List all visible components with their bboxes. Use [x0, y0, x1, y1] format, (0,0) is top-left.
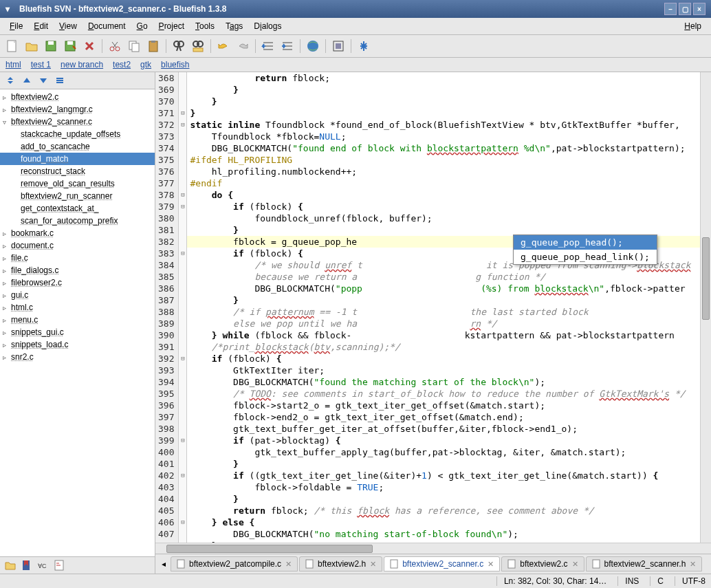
indent-icon[interactable] — [279, 38, 296, 54]
file-tab[interactable]: bftextview2_scanner.h✕ — [586, 556, 703, 571]
expand-icon[interactable]: ▹ — [3, 242, 10, 250]
expand-icon[interactable]: ▹ — [3, 292, 10, 299]
expand-icon[interactable]: ▹ — [3, 316, 10, 324]
folder-icon[interactable] — [4, 559, 17, 571]
expand-icon[interactable]: ▹ — [3, 329, 10, 336]
expand-icon[interactable]: ▹ — [3, 353, 10, 361]
open-file-icon[interactable] — [23, 38, 40, 54]
nav-down-icon[interactable] — [37, 74, 50, 87]
quickbar-link[interactable]: new branch — [61, 60, 103, 69]
file-tab[interactable]: bftextview2_scanner.c✕ — [384, 556, 500, 571]
close-tab-icon[interactable]: ✕ — [285, 560, 292, 569]
fullscreen-icon[interactable] — [330, 38, 347, 54]
file-tab[interactable]: bftextview2_patcompile.c✕ — [171, 556, 298, 571]
chars-icon[interactable]: ∀C — [37, 559, 50, 571]
expand-icon[interactable]: ▹ — [3, 341, 10, 349]
menu-file[interactable]: File — [4, 19, 28, 33]
autocomplete-item[interactable]: g_queue_pop_head_link(); — [514, 250, 657, 264]
nav-settings-icon[interactable] — [54, 74, 66, 87]
tree-item[interactable]: bftextview2_run_scanner — [0, 190, 155, 202]
close-tab-icon[interactable]: ✕ — [690, 560, 696, 569]
tree-item[interactable]: ▹bftextview2.c — [0, 91, 155, 103]
expand-icon[interactable]: ▹ — [3, 304, 10, 312]
minimize-button[interactable]: – — [664, 3, 677, 15]
tab-scroll-left-icon[interactable]: ◂ — [158, 556, 169, 572]
tree-item[interactable]: ▹document.c — [0, 239, 155, 252]
tree-item[interactable]: stackcache_update_offsets — [0, 128, 155, 140]
redo-icon[interactable] — [234, 38, 251, 54]
menu-view[interactable]: View — [54, 19, 83, 33]
save-as-icon[interactable] — [62, 38, 78, 54]
autocomplete-popup[interactable]: g_queue_pop_head();g_queue_pop_head_link… — [513, 235, 657, 265]
horizontal-scrollbar[interactable] — [155, 543, 711, 554]
tree-item[interactable]: get_contextstack_at_ — [0, 202, 155, 215]
quickbar-link[interactable]: html — [6, 60, 21, 69]
tree-item[interactable]: ▹file.c — [0, 252, 155, 264]
close-tab-icon[interactable]: ✕ — [370, 560, 376, 569]
menu-help[interactable]: Help — [679, 19, 707, 33]
paste-icon[interactable] — [145, 38, 162, 54]
tree-item[interactable]: ▹bookmark.c — [0, 227, 155, 239]
autocomplete-item[interactable]: g_queue_pop_head(); — [514, 235, 657, 250]
menu-dialogs[interactable]: Dialogs — [248, 19, 287, 33]
copy-icon[interactable] — [126, 38, 142, 54]
tree-item[interactable]: ▹filebrowser2.c — [0, 276, 155, 289]
expand-icon[interactable]: ▹ — [3, 106, 10, 113]
undo-icon[interactable] — [215, 38, 232, 54]
tree-item[interactable]: remove_old_scan_results — [0, 177, 155, 190]
expand-icon[interactable]: ▿ — [3, 118, 10, 126]
menu-tools[interactable]: Tools — [190, 19, 220, 33]
quickbar-link[interactable]: gtk — [140, 60, 151, 69]
menu-tags[interactable]: Tags — [220, 19, 248, 33]
expand-icon[interactable]: ▹ — [3, 254, 10, 262]
expand-icon[interactable]: ▹ — [3, 230, 10, 237]
close-file-icon[interactable] — [81, 38, 98, 54]
preview-icon[interactable] — [305, 38, 321, 54]
tree-item[interactable]: ▹file_dialogs.c — [0, 264, 155, 276]
close-button[interactable]: × — [693, 3, 705, 15]
tree-item[interactable]: scan_for_autocomp_prefix — [0, 215, 155, 227]
file-tab[interactable]: bftextview2.h✕ — [299, 556, 382, 571]
scrollbar-thumb[interactable] — [166, 545, 373, 553]
tree-item[interactable]: ▹html.c — [0, 301, 155, 314]
code-text[interactable]: return fblock; } }}static inline Tfoundb… — [187, 72, 700, 543]
tree-item[interactable]: reconstruct_stack — [0, 165, 155, 177]
tree-item[interactable]: found_match — [0, 153, 155, 165]
tree-item[interactable]: add_to_scancache — [0, 140, 155, 153]
expand-icon[interactable]: ▹ — [3, 279, 10, 287]
nav-up-icon[interactable] — [21, 74, 33, 87]
find-icon[interactable] — [171, 38, 187, 54]
tree-item[interactable]: ▹bftextview2_langmgr.c — [0, 103, 155, 116]
menu-go[interactable]: Go — [131, 19, 153, 33]
unindent-icon[interactable] — [260, 38, 276, 54]
maximize-button[interactable]: ▢ — [679, 3, 691, 15]
menu-edit[interactable]: Edit — [28, 19, 54, 33]
quickbar-link[interactable]: test 1 — [31, 60, 51, 69]
tree-item[interactable]: ▹menu.c — [0, 314, 155, 326]
fold-column[interactable]: ⊟⊟⊟⊟⊟⊟⊟⊟⊟ — [179, 72, 187, 543]
cut-icon[interactable] — [107, 38, 123, 54]
preferences-icon[interactable] — [356, 38, 372, 54]
tree-item[interactable]: ▹snippets_load.c — [0, 338, 155, 351]
menu-document[interactable]: Document — [83, 19, 131, 33]
expand-icon[interactable]: ▹ — [3, 267, 10, 274]
close-tab-icon[interactable]: ✕ — [488, 560, 494, 569]
tree-item[interactable]: ▹snippets_gui.c — [0, 326, 155, 338]
code-view[interactable]: 3683693703713723733743753763773783793803… — [155, 72, 711, 543]
file-tab[interactable]: bftextview2.c✕ — [501, 556, 584, 571]
vertical-scrollbar[interactable] — [700, 72, 711, 543]
save-icon[interactable] — [43, 38, 59, 54]
tree-item[interactable]: ▹gui.c — [0, 289, 155, 301]
scrollbar-thumb[interactable] — [702, 237, 710, 320]
bookmark-icon[interactable] — [21, 559, 33, 571]
nav-updown-icon[interactable] — [4, 74, 17, 87]
new-file-icon[interactable] — [4, 38, 21, 54]
symbol-tree[interactable]: ▹bftextview2.c▹bftextview2_langmgr.c▿bft… — [0, 89, 155, 556]
tree-item[interactable]: ▿bftextview2_scanner.c — [0, 116, 155, 128]
expand-icon[interactable]: ▹ — [3, 94, 10, 101]
tree-item[interactable]: ▹snr2.c — [0, 351, 155, 363]
find-replace-icon[interactable] — [190, 38, 206, 54]
snippet-icon[interactable] — [54, 559, 66, 571]
menu-project[interactable]: Project — [153, 19, 190, 33]
close-tab-icon[interactable]: ✕ — [572, 560, 578, 569]
